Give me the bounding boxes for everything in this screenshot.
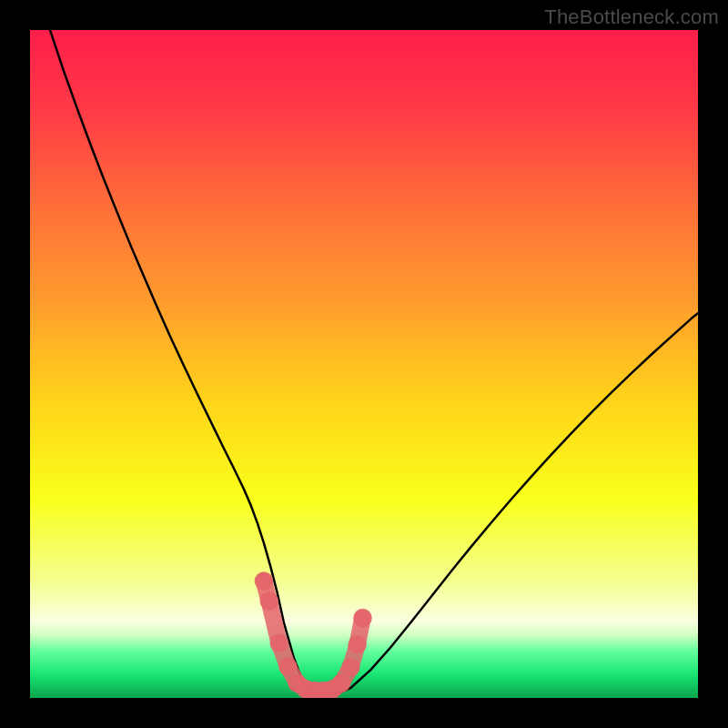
valley-marker-dot bbox=[255, 571, 274, 591]
valley-marker-dot bbox=[278, 657, 298, 676]
valley-marker-dot bbox=[270, 634, 289, 653]
watermark-text: TheBottleneck.com bbox=[544, 5, 719, 29]
valley-marker-dot bbox=[353, 609, 372, 628]
plot-area bbox=[30, 30, 698, 698]
chart-frame: TheBottleneck.com bbox=[0, 0, 728, 728]
bottleneck-chart bbox=[30, 30, 698, 698]
gradient-background bbox=[30, 30, 698, 698]
valley-marker-dot bbox=[341, 658, 360, 677]
valley-marker-dot bbox=[332, 674, 351, 693]
valley-marker-dot bbox=[348, 635, 367, 654]
valley-marker-dot bbox=[259, 592, 278, 611]
